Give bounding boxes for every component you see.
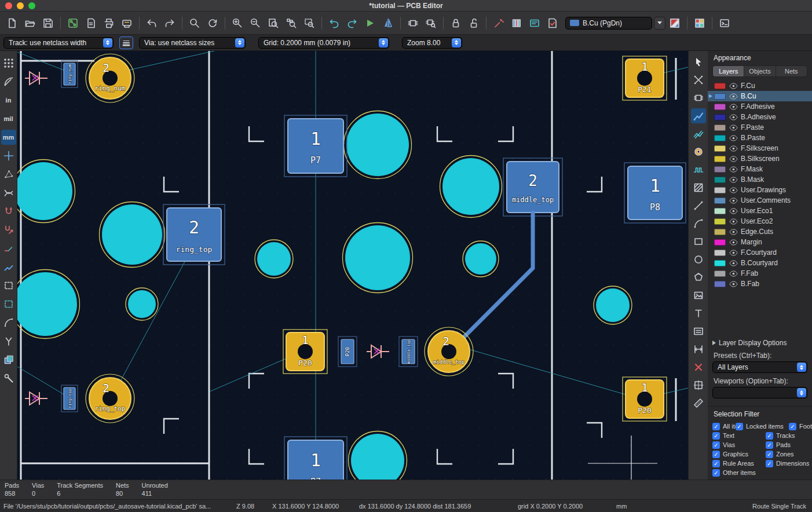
delete-tool-button[interactable]	[691, 360, 706, 375]
layer-visibility-eye-icon[interactable]	[729, 198, 738, 204]
layer-visibility-eye-icon[interactable]	[729, 270, 738, 277]
layer-color-swatch[interactable]	[714, 166, 726, 173]
zoom-in-button[interactable]	[229, 14, 246, 32]
layer-row[interactable]: Edge.Cuts	[708, 226, 812, 237]
layer-visibility-eye-icon[interactable]	[729, 187, 738, 193]
pad-p21[interactable]: 1 P21	[623, 56, 667, 100]
footprint-editor-button[interactable]	[404, 14, 422, 32]
pad-p7-top[interactable]: 1 P7	[284, 115, 347, 177]
draw-circle-button[interactable]	[691, 252, 706, 267]
active-layer-dropdown[interactable]: B.Cu (PgDn)	[565, 17, 652, 30]
layer-visibility-eye-icon[interactable]	[729, 135, 738, 141]
canvas-area[interactable]: 1 P7 2 ring_top 2 middle_top	[17, 51, 688, 480]
zoom-fit-objects-button[interactable]	[283, 14, 300, 32]
layer-color-swatch[interactable]	[714, 83, 726, 89]
open-board-button[interactable]	[21, 14, 39, 32]
draw-zone-button[interactable]	[691, 180, 706, 195]
units-mm-button[interactable]: mm	[1, 130, 16, 145]
layer-display-options[interactable]: Layer Display Options	[712, 339, 807, 347]
layer-color-swatch[interactable]	[714, 229, 726, 235]
arc-track-mode-button[interactable]	[1, 315, 16, 330]
plot-button[interactable]	[118, 14, 136, 32]
pcb-canvas[interactable]: 1 P7 2 ring_top 2 middle_top	[17, 51, 688, 480]
save-board-button[interactable]	[39, 14, 57, 32]
layer-color-swatch[interactable]	[714, 145, 726, 152]
units-mils-button[interactable]: mil	[1, 111, 16, 126]
layer-visibility-eye-icon[interactable]	[729, 208, 738, 214]
layer-color-swatch[interactable]	[714, 187, 726, 193]
selection-filter-checkbox[interactable]: Graphics	[712, 449, 766, 459]
track-posture-button[interactable]	[1, 241, 16, 256]
refresh-view-button[interactable]	[204, 14, 221, 32]
layer-row[interactable]: F.Cu	[708, 81, 812, 91]
board-setup-button[interactable]	[64, 14, 82, 32]
layer-row[interactable]: B.Cu	[708, 91, 812, 101]
pad-p20-left[interactable]: 1 P20	[283, 330, 327, 374]
layer-visibility-eye-icon[interactable]	[729, 260, 738, 266]
layer-visibility-eye-icon[interactable]	[729, 114, 738, 120]
appearance-tab[interactable]: Objects	[744, 66, 776, 76]
find-button[interactable]	[186, 14, 203, 32]
layer-color-swatch[interactable]	[714, 239, 726, 246]
layer-visibility-eye-icon[interactable]	[729, 166, 738, 173]
select-tool-button[interactable]	[691, 54, 706, 70]
appearance-tab[interactable]: Layers	[713, 66, 744, 76]
edit-tools-button[interactable]	[1, 371, 16, 386]
add-footprint-button[interactable]	[691, 90, 706, 105]
zoom-window-button[interactable]	[28, 2, 35, 9]
viewports-dropdown[interactable]	[712, 387, 807, 398]
curved-ratsnest-button[interactable]	[1, 185, 16, 200]
layer-row[interactable]: B.Adhesive	[708, 112, 812, 122]
tune-track-length-button[interactable]	[691, 162, 706, 177]
pad-ring-num[interactable]: 2 ring_num	[86, 54, 134, 103]
layer-row[interactable]: B.Paste	[708, 133, 812, 143]
footprint-browser-button[interactable]	[422, 14, 440, 32]
layer-row[interactable]: F.Fab	[708, 268, 812, 279]
layer-visibility-eye-icon[interactable]	[729, 125, 738, 131]
pad-middle-top-tht[interactable]: 2 middle_top	[425, 327, 473, 376]
selection-filter-checkbox[interactable]: Locked items	[736, 422, 789, 431]
zoom-to-selection-button[interactable]	[301, 14, 318, 32]
layer-color-swatch[interactable]	[714, 208, 726, 214]
layer-row[interactable]: B.Mask	[708, 174, 812, 185]
layer-row[interactable]: F.Courtyard	[708, 247, 812, 258]
draw-polygon-button[interactable]	[691, 270, 706, 285]
selection-filter-checkbox[interactable]: Other items	[712, 468, 766, 477]
polar-coordinates-button[interactable]	[1, 74, 16, 89]
magnetic-snap-button[interactable]	[1, 204, 16, 219]
layer-visibility-eye-icon[interactable]	[729, 229, 738, 235]
minimize-window-button[interactable]	[17, 2, 24, 9]
new-board-button[interactable]	[3, 14, 21, 32]
track-width-menu-button[interactable]	[119, 36, 133, 49]
highlight-collisions-button[interactable]	[1, 259, 16, 275]
toggle-grid-button[interactable]	[1, 56, 16, 71]
layer-color-swatch[interactable]	[714, 198, 726, 204]
rotate-cw-button[interactable]	[343, 14, 361, 32]
layer-row[interactable]: B.Courtyard	[708, 258, 812, 268]
layer-visibility-eye-icon[interactable]	[729, 104, 738, 110]
ratsnest-visibility-button[interactable]	[1, 167, 16, 182]
measure-tool-button[interactable]	[691, 396, 706, 411]
pad-middle-top-smd[interactable]: 2 middle_top	[503, 158, 562, 216]
route-tracks-button[interactable]	[691, 108, 706, 123]
zoom-fit-page-button[interactable]	[265, 14, 282, 32]
split-tracks-button[interactable]	[1, 334, 16, 349]
selection-filter-checkbox[interactable]: Zones	[766, 449, 812, 459]
layer-color-swatch[interactable]	[714, 104, 726, 110]
layer-row[interactable]: B.Silkscreen	[708, 153, 812, 164]
highlight-net-button[interactable]	[490, 14, 507, 32]
netlist-button[interactable]	[526, 14, 543, 32]
net-inspector-button[interactable]	[508, 14, 525, 32]
layer-color-swatch[interactable]	[714, 260, 726, 266]
layer-color-swatch[interactable]	[714, 125, 726, 131]
pad-p8[interactable]: 1 P8	[624, 163, 686, 223]
layer-manager-button[interactable]	[691, 14, 708, 32]
selection-filter-checkbox[interactable]: Dimensions	[766, 459, 812, 468]
undo-button[interactable]	[143, 14, 160, 32]
layer-color-swatch[interactable]	[714, 156, 726, 162]
pad-small-p20[interactable]: P20	[338, 337, 357, 367]
layer-pair-button[interactable]	[1, 352, 16, 367]
place-dimension-button[interactable]	[691, 342, 706, 357]
high-contrast-mode-button[interactable]	[666, 14, 683, 32]
selection-filter-checkbox[interactable]: Text	[712, 431, 766, 440]
